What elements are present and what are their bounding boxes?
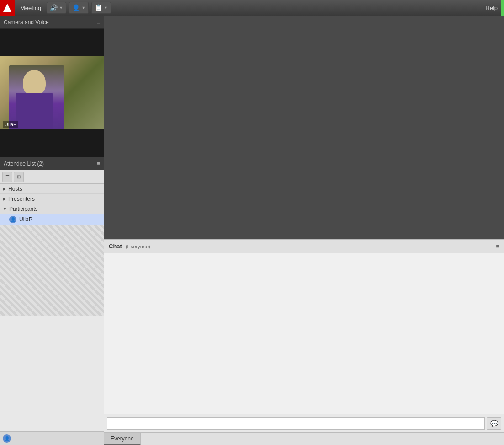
share-dropdown-arrow: ▼ xyxy=(104,5,108,10)
attendee-menu-icon[interactable]: ≡ xyxy=(96,160,100,167)
chat-panel: Chat (Everyone) ≡ 💬 Everyone xyxy=(104,239,504,445)
chat-header: Chat (Everyone) ≡ xyxy=(104,240,504,253)
left-panel: Camera and Voice ≡ UllaP Attendee List (… xyxy=(0,16,104,445)
share-toolbar-btn[interactable]: 📋 ▼ xyxy=(91,2,111,14)
attendee-toolbar: ☰ ⊞ xyxy=(0,170,104,184)
main-content-area xyxy=(104,16,504,239)
attendee-grid-view-btn[interactable]: ⊞ xyxy=(14,172,24,182)
presenters-arrow: ▶ xyxy=(3,197,6,201)
camera-voice-menu-icon[interactable]: ≡ xyxy=(96,19,100,26)
chat-footer: Everyone xyxy=(104,432,504,445)
camera-video-feed: UllaP xyxy=(0,56,104,129)
chat-footer-tab-everyone-label: Everyone xyxy=(111,435,134,442)
presenters-label: Presenters xyxy=(8,196,35,202)
chat-menu-icon[interactable]: ≡ xyxy=(496,243,499,250)
topbar: Meeting 🔊 ▼ 👤 ▼ 📋 ▼ Help xyxy=(0,0,504,16)
camera-name-tag: UllaP xyxy=(3,121,18,128)
attendee-group-hosts[interactable]: ▶ Hosts xyxy=(0,184,104,194)
attendee-title-label: Attendee List xyxy=(4,161,36,167)
svg-marker-0 xyxy=(3,4,11,12)
attendee-item-ullap-label: UllaP xyxy=(19,216,32,223)
status-green-bar xyxy=(501,0,504,16)
camera-bottom-black-bar xyxy=(0,129,104,157)
chat-send-button[interactable]: 💬 xyxy=(487,417,501,430)
hosts-label: Hosts xyxy=(8,186,22,192)
attendee-striped-area xyxy=(0,225,104,316)
main-layout: Camera and Voice ≡ UllaP Attendee List (… xyxy=(0,16,504,445)
audio-icon: 🔊 xyxy=(50,4,58,11)
camera-voice-panel: Camera and Voice ≡ UllaP xyxy=(0,16,104,157)
chat-everyone-badge: (Everyone) xyxy=(126,244,150,249)
chat-input-row: 💬 xyxy=(104,414,504,432)
attendee-header: Attendee List (2) ≡ xyxy=(0,157,104,170)
attendee-count: (2) xyxy=(37,161,44,167)
attendee-title: Attendee List (2) xyxy=(4,161,44,167)
participants-arrow: ▼ xyxy=(3,207,7,211)
bottom-user-row: 👤 xyxy=(0,431,104,445)
adobe-logo xyxy=(0,0,15,16)
camera-toolbar-btn[interactable]: 👤 ▼ xyxy=(69,2,89,14)
share-icon: 📋 xyxy=(95,4,102,11)
camera-top-black-bar xyxy=(0,29,104,56)
participants-label: Participants xyxy=(9,206,38,212)
camera-dropdown-arrow: ▼ xyxy=(81,5,85,10)
attendee-group-participants[interactable]: ▼ Participants xyxy=(0,204,104,214)
audio-dropdown-arrow: ▼ xyxy=(59,5,63,10)
chat-footer-tab-everyone[interactable]: Everyone xyxy=(104,433,141,445)
video-person-silhouette xyxy=(9,65,64,129)
help-button[interactable]: Help xyxy=(485,5,498,11)
attendee-item-icon: 👤 xyxy=(9,216,16,223)
camera-voice-title: Camera and Voice xyxy=(4,19,49,26)
attendee-item-ullap[interactable]: 👤 UllaP xyxy=(0,214,104,225)
chat-messages-area xyxy=(104,253,504,414)
meeting-label: Meeting xyxy=(15,5,47,11)
chat-send-icon: 💬 xyxy=(490,420,498,427)
chat-input[interactable] xyxy=(107,417,485,430)
camera-voice-header: Camera and Voice ≡ xyxy=(0,16,104,29)
right-area: Chat (Everyone) ≡ 💬 Everyone xyxy=(104,16,504,445)
hosts-arrow: ▶ xyxy=(3,187,6,191)
attendee-panel: Attendee List (2) ≡ ☰ ⊞ ▶ Hosts ▶ Presen… xyxy=(0,157,104,445)
bottom-user-icon: 👤 xyxy=(3,434,11,443)
attendee-list-view-btn[interactable]: ☰ xyxy=(2,172,12,182)
camera-icon: 👤 xyxy=(72,4,80,11)
audio-toolbar-btn[interactable]: 🔊 ▼ xyxy=(47,2,66,14)
chat-title: Chat xyxy=(109,243,122,250)
attendee-list: ▶ Hosts ▶ Presenters ▼ Participants 👤 Ul… xyxy=(0,184,104,431)
chat-title-area: Chat (Everyone) xyxy=(109,243,150,250)
attendee-group-presenters[interactable]: ▶ Presenters xyxy=(0,194,104,204)
